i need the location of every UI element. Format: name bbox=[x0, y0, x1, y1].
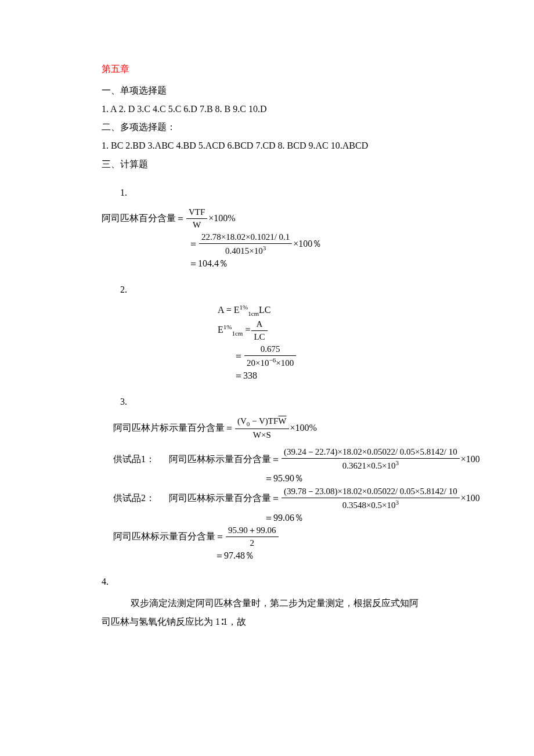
p3-s2-num: (39.78－23.08)×18.02×0.05022/ 0.05×5.8142… bbox=[282, 485, 460, 498]
p3-h-den: W×S bbox=[235, 429, 289, 441]
problem-1-math: 阿司匹林百分含量＝ VTF W ×100% ＝ 22.78×18.02×0.10… bbox=[102, 206, 534, 270]
p3-s1-den: 0.3621×0.5×103 bbox=[282, 459, 460, 472]
p3-header-label: 阿司匹林片标示量百分含量＝ bbox=[113, 422, 234, 434]
p3-s2-den: 0.3548×0.5×103 bbox=[282, 498, 460, 512]
problem-4-number: 4. bbox=[102, 574, 534, 591]
p3-s2-label: 供试品2： bbox=[113, 492, 155, 505]
p1-times100-2: ×100％ bbox=[293, 237, 322, 250]
p1-l2-num: 22.78×18.02×0.1021/ 0.1 bbox=[199, 231, 292, 244]
p1-times100-1: ×100% bbox=[208, 212, 235, 225]
section-1-answers: 1. A 2. D 3.C 4.C 5.C 6.D 7.B 8. B 9.C 1… bbox=[102, 101, 534, 118]
p3-avg-label: 阿司匹林标示量百分含量＝ bbox=[113, 530, 225, 543]
problem-4-line1: 双步滴定法测定阿司匹林含量时，第二步为定量测定，根据反应式知阿 bbox=[131, 595, 534, 612]
chapter-title: 第五章 bbox=[102, 61, 534, 78]
p3-s1-result: ＝95.90％ bbox=[264, 472, 304, 485]
p3-s1-tail: ×100 bbox=[461, 453, 480, 466]
p3-avg-num: 95.90＋99.06 bbox=[226, 524, 279, 537]
p3-s1-num: (39.24－22.74)×18.02×0.05022/ 0.05×5.8142… bbox=[282, 446, 460, 459]
section-1-title: 一、单项选择题 bbox=[102, 82, 534, 99]
p3-s2-result: ＝99.06％ bbox=[264, 512, 304, 524]
p2-l2-lhs: E1%1cm = bbox=[218, 323, 250, 338]
p2-l2-num: A bbox=[251, 318, 267, 331]
p2-l3-num: 0.675 bbox=[244, 343, 296, 356]
problem-4-line2: 司匹林与氢氧化钠反应比为 1∶1，故 bbox=[102, 614, 534, 631]
p3-s2-expr-label: 阿司匹林标示量百分含量＝ bbox=[169, 492, 280, 505]
p3-avg-den: 2 bbox=[226, 537, 279, 549]
p3-s1-expr-label: 阿司匹林标示量百分含量＝ bbox=[169, 453, 280, 466]
p2-result: ＝338 bbox=[234, 369, 257, 382]
problem-1-number: 1. bbox=[120, 185, 534, 201]
problem-3-math: 阿司匹林片标示量百分含量＝ (V0 − V)TFW W×S ×100% 供试品1… bbox=[113, 415, 534, 563]
p1-eq2: ＝ bbox=[189, 237, 198, 250]
p1-l1-num: VTF bbox=[186, 206, 207, 219]
p3-h-times: ×100% bbox=[290, 422, 317, 434]
p1-label: 阿司匹林百分含量＝ bbox=[102, 212, 185, 225]
problem-2-math: A = E1%1cmLC E1%1cm = A LC ＝ 0.675 20×10… bbox=[102, 303, 534, 382]
p2-l2-den: LC bbox=[251, 331, 267, 343]
p2-l3-den: 20×10−6×100 bbox=[244, 356, 296, 369]
p3-s1-label: 供试品1： bbox=[113, 453, 155, 466]
p3-avg-result: ＝97.48％ bbox=[215, 549, 254, 562]
p1-result: ＝104.4％ bbox=[189, 257, 228, 270]
problem-2-number: 2. bbox=[120, 282, 534, 298]
p2-l3-eq: ＝ bbox=[234, 350, 243, 362]
section-2-answers: 1. BC 2.BD 3.ABC 4.BD 5.ACD 6.BCD 7.CD 8… bbox=[102, 138, 534, 154]
p1-l2-den: 0.4015×103 bbox=[199, 244, 292, 257]
problem-3-number: 3. bbox=[120, 394, 534, 411]
p2-l1: A = E1%1cmLC bbox=[218, 303, 271, 318]
p1-l1-den: W bbox=[186, 219, 207, 231]
section-3-title: 三、计算题 bbox=[102, 156, 534, 173]
p3-s2-tail: ×100 bbox=[461, 492, 480, 505]
p3-h-num: (V0 − V)TFW bbox=[235, 415, 289, 429]
section-2-title: 二、多项选择题： bbox=[102, 119, 534, 136]
